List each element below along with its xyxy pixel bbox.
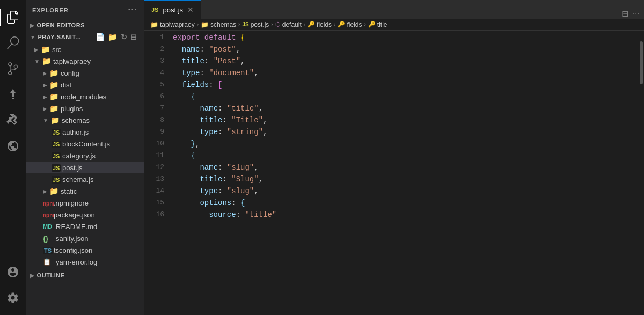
breadcrumb-tapiwapraey[interactable]: 📁 tapiwapraey <box>150 21 195 28</box>
code-line-7: name: "title", <box>171 102 636 114</box>
breadcrumb-title[interactable]: 🔑 title <box>368 21 387 28</box>
bracket-open-1: { <box>240 32 245 43</box>
open-editors-label: Open Editors <box>37 22 85 28</box>
activity-bar-bottom <box>0 259 26 315</box>
tree-item-dist[interactable]: ▶ 📁 dist <box>26 79 144 91</box>
code-line-3: title: "Post", <box>171 55 636 67</box>
tree-item-tsconfig-json[interactable]: TS tsconfig.json <box>26 244 144 256</box>
line-num-3: 3 <box>144 55 164 67</box>
bracket3-open-2: { <box>191 150 195 162</box>
tree-item-plugins[interactable]: ▶ 📁 plugins <box>26 102 144 114</box>
remote-activity-icon[interactable] <box>0 133 26 159</box>
breadcrumb-fields1[interactable]: 🔑 fields <box>308 21 332 28</box>
tree-item-src[interactable]: ▶ 📁 src <box>26 43 144 55</box>
new-file-icon[interactable]: 📄 <box>96 33 105 41</box>
breadcrumb-fields2[interactable]: 🔑 fields <box>338 21 362 28</box>
breadcrumb-default-label: default <box>282 21 302 28</box>
prop-type: type <box>182 67 200 79</box>
open-editors-section[interactable]: ▶ Open Editors <box>26 20 144 31</box>
main-editor: JS post.js ✕ ⊟ ··· 📁 tapiwapraey › 📁 sch… <box>144 0 644 315</box>
tree-item-node-modules[interactable]: ▶ 📁 node_modules <box>26 91 144 102</box>
line-num-11: 11 <box>144 150 164 162</box>
tree-item-dist-label: dist <box>61 81 71 89</box>
code-line-2: name: "post", <box>171 43 636 55</box>
str-slug: "slug" <box>227 162 254 173</box>
code-line-6: { <box>171 91 636 102</box>
code-line-10: }, <box>171 138 636 150</box>
line-num-7: 7 <box>144 102 164 114</box>
tab-post-js[interactable]: JS post.js ✕ <box>144 0 201 19</box>
tree-item-tapiwapraey-label: tapiwapraey <box>53 57 91 65</box>
tree-item-npmignore[interactable]: npm .npmignore <box>26 197 144 209</box>
breadcrumb-sep5: › <box>334 21 335 27</box>
split-editor-icon[interactable]: ⊟ <box>621 9 628 19</box>
settings-activity-icon[interactable] <box>0 285 26 311</box>
scrollbar[interactable] <box>636 31 644 315</box>
breadcrumb-default-icon: ⬡ <box>275 21 281 28</box>
source-control-activity-icon[interactable] <box>0 56 26 82</box>
tree-item-config-label: config <box>61 69 79 77</box>
refresh-icon[interactable]: ↻ <box>121 33 128 41</box>
files-activity-icon[interactable] <box>0 4 26 30</box>
run-activity-icon[interactable] <box>0 82 26 107</box>
tree-item-node-modules-label: node_modules <box>61 93 106 101</box>
str-Slug: "Slug" <box>231 173 258 185</box>
collapse-icon[interactable]: ⊟ <box>130 33 137 41</box>
search-activity-icon[interactable] <box>0 30 26 56</box>
line-num-14: 14 <box>144 185 164 197</box>
extensions-activity-icon[interactable] <box>0 107 26 133</box>
tree-item-yarn-error-log-label: yarn-error.log <box>56 258 97 266</box>
js-file-icon: JS <box>52 128 60 136</box>
breadcrumb-title-label: title <box>377 21 387 28</box>
breadcrumb-fields1-label: fields <box>317 21 332 28</box>
tree-item-config[interactable]: ▶ 📁 config <box>26 67 144 79</box>
breadcrumb-sep3: › <box>271 21 273 27</box>
breadcrumb-sep1: › <box>197 21 199 27</box>
sidebar: Explorer ··· ▶ Open Editors ▼ PRAY-SANIT… <box>26 0 144 315</box>
line-num-6: 6 <box>144 91 164 102</box>
breadcrumb-schemas[interactable]: 📁 schemas <box>201 21 236 28</box>
breadcrumb-postjs[interactable]: JS post.js <box>242 21 269 28</box>
tree-item-tsconfig-json-label: tsconfig.json <box>54 246 92 254</box>
breadcrumb-key-icon1: 🔑 <box>308 21 315 28</box>
tab-close-button[interactable]: ✕ <box>186 5 195 14</box>
tree-item-schemas[interactable]: ▼ 📁 schemas <box>26 114 144 126</box>
code-content[interactable]: export default { name: "post", title: "P… <box>171 31 636 315</box>
json-file-icon: {} <box>43 235 54 243</box>
more-actions-icon[interactable]: ··· <box>633 9 640 19</box>
code-line-9: type: "string", <box>171 126 636 138</box>
tree-item-readme-md-label: README.md <box>56 223 97 231</box>
scrollbar-thumb[interactable] <box>640 41 643 84</box>
tree-item-tapiwapraey[interactable]: ▼ 📁 tapiwapraey <box>26 55 144 67</box>
tree-item-static[interactable]: ▶ 📁 static <box>26 185 144 197</box>
tree-item-category-js[interactable]: JS category.js <box>26 150 144 162</box>
js-file-icon2: JS <box>52 140 60 148</box>
tree-item-npmignore-label: .npmignore <box>54 199 89 207</box>
tree-item-post-js-label: post.js <box>62 164 83 172</box>
breadcrumb-sep2: › <box>238 21 240 27</box>
tree-item-schema-js[interactable]: JS schema.js <box>26 173 144 185</box>
tree-item-sanity-json[interactable]: {} sanity.json <box>26 232 144 244</box>
tree-item-package-json[interactable]: npm package.json <box>26 209 144 221</box>
sidebar-more-icon[interactable]: ··· <box>128 4 137 16</box>
breadcrumb-sep4: › <box>304 21 305 27</box>
npm-file-icon2: npm <box>43 211 52 219</box>
tree-item-blockcontent-js[interactable]: JS blockContent.js <box>26 138 144 150</box>
breadcrumb-default[interactable]: ⬡ default <box>275 21 302 28</box>
tree-item-author-js[interactable]: JS author.js <box>26 126 144 138</box>
code-line-11: { <box>171 150 636 162</box>
tree-item-readme-md[interactable]: MD README.md <box>26 221 144 232</box>
tree-item-yarn-error-log[interactable]: 📋 yarn-error.log <box>26 256 144 268</box>
line-num-2: 2 <box>144 43 164 55</box>
project-section[interactable]: ▼ PRAY-SANIT... 📄 📁 ↻ ⊟ <box>26 31 144 43</box>
tree-item-post-js[interactable]: JS post.js <box>26 162 144 173</box>
account-activity-icon[interactable] <box>0 259 26 285</box>
bracket3-options: { <box>240 197 245 209</box>
prop-source: source <box>209 209 236 221</box>
kw-default: default <box>204 32 236 43</box>
code-line-8: title: "Title", <box>171 114 636 126</box>
str-title-source: "title" <box>245 209 276 221</box>
breadcrumb-tapiwapraey-label: tapiwapraey <box>160 21 195 28</box>
outline-section[interactable]: ▶ Outline <box>26 270 144 281</box>
new-folder-icon[interactable]: 📁 <box>108 33 118 41</box>
